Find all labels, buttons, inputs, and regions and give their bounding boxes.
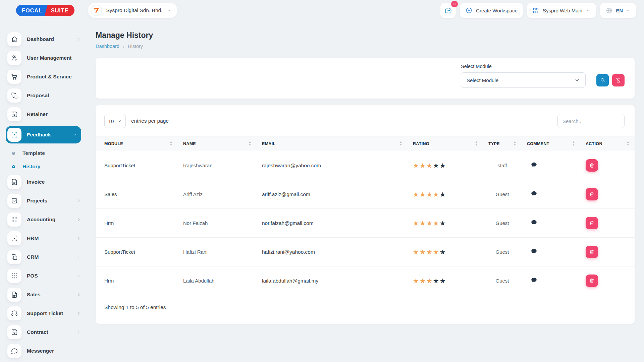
cell-type: Guest bbox=[483, 209, 522, 238]
cell-email: nor.faizah@gmail.com bbox=[257, 209, 408, 238]
breadcrumb-current: History bbox=[128, 44, 143, 49]
messages-button[interactable]: 0 bbox=[440, 3, 456, 18]
breadcrumb-dashboard-link[interactable]: Dashboard bbox=[96, 44, 119, 49]
star-rating: ★★★★★ bbox=[413, 191, 446, 198]
table-footer-status: Showing 1 to 5 of 5 entries bbox=[96, 295, 635, 322]
module-select-value: Select Module bbox=[467, 77, 498, 83]
cell-module: Sales bbox=[96, 180, 178, 209]
transfer-icon bbox=[7, 88, 21, 103]
cell-email: rajeshwaran@yahoo.com bbox=[257, 151, 408, 180]
sidebar-item-label: Messenger bbox=[27, 348, 54, 354]
app-logo: FOCAL SUITE bbox=[16, 5, 74, 16]
sidebar-item-proposal[interactable]: Proposal bbox=[7, 88, 81, 103]
column-header-type[interactable]: TYPE▲▼ bbox=[483, 136, 522, 151]
apps-grid-icon bbox=[532, 7, 539, 14]
logo-secondary-text: SUITE bbox=[48, 5, 75, 16]
sidebar-item-projects[interactable]: Projects bbox=[7, 194, 81, 208]
notification-badge: 0 bbox=[451, 1, 458, 7]
comment-bubble-icon[interactable] bbox=[527, 277, 538, 284]
chevron-right-icon bbox=[76, 274, 81, 278]
sidebar: DashboardUser ManagementProduct & Servic… bbox=[0, 21, 87, 362]
create-workspace-button[interactable]: Create Workspace bbox=[460, 3, 523, 18]
page-size-value: 10 bbox=[108, 118, 114, 124]
cell-type: Guest bbox=[483, 238, 522, 266]
sidebar-item-pos[interactable]: POS bbox=[7, 269, 81, 283]
sidebar-item-label: Dashboard bbox=[27, 36, 54, 42]
sidebar-item-label: Accounting bbox=[27, 217, 55, 223]
table-row: SalesAriff Azizariff.aziz@gmail.com★★★★★… bbox=[96, 180, 635, 209]
star-rating: ★★★★★ bbox=[413, 162, 446, 169]
floppy-icon bbox=[7, 325, 21, 339]
comment-bubble-icon[interactable] bbox=[527, 219, 538, 226]
cell-email: laila.abdullah@gmail.my bbox=[257, 266, 408, 295]
column-header-rating[interactable]: RATING▲▼ bbox=[408, 136, 483, 151]
bullet-circle-icon bbox=[12, 165, 15, 168]
grid-plus-icon bbox=[7, 213, 21, 227]
page-size-select[interactable]: 10 bbox=[104, 114, 126, 128]
chevron-down-icon bbox=[117, 119, 122, 124]
sidebar-subitem-template[interactable]: Template bbox=[12, 148, 81, 158]
module-select[interactable]: Select Module bbox=[461, 72, 586, 88]
comment-bubble-icon[interactable] bbox=[527, 248, 538, 255]
cell-action bbox=[580, 151, 635, 180]
cell-rating: ★★★★★ bbox=[408, 180, 483, 209]
sort-icon: ▲▼ bbox=[249, 141, 251, 146]
table-body: SupportTicketRajeshwaranrajeshwaran@yaho… bbox=[96, 151, 635, 295]
sort-icon: ▲▼ bbox=[475, 141, 478, 146]
sidebar-item-messenger[interactable]: Messenger bbox=[7, 344, 81, 358]
language-selector[interactable]: EN bbox=[600, 3, 636, 18]
history-table: MODULE▲▼NAME▲▼EMAIL▲▼RATING▲▼TYPE▲▼COMME… bbox=[96, 136, 635, 295]
chevron-right-icon bbox=[76, 311, 81, 316]
sidebar-item-support-ticket[interactable]: Support Ticket bbox=[7, 306, 81, 320]
table-row: SupportTicketRajeshwaranrajeshwaran@yaho… bbox=[96, 151, 635, 180]
sidebar-item-label: POS bbox=[27, 273, 38, 279]
table-search-input[interactable] bbox=[557, 114, 625, 128]
filter-reset-button[interactable] bbox=[612, 74, 625, 86]
sidebar-item-crm[interactable]: CRM bbox=[7, 250, 81, 264]
sidebar-item-label: Feedback bbox=[27, 132, 51, 138]
sidebar-item-invoice[interactable]: Invoice bbox=[7, 175, 81, 189]
sidebar-item-accounting[interactable]: Accounting bbox=[7, 213, 81, 227]
workspace-selector[interactable]: Syspro Digital Sdn. Bhd. bbox=[88, 3, 177, 18]
sidebar-item-label: Contract bbox=[27, 329, 48, 335]
chevron-right-icon bbox=[76, 217, 81, 222]
sidebar-item-user-management[interactable]: User Management bbox=[7, 51, 81, 65]
sidebar-item-dashboard[interactable]: Dashboard bbox=[7, 32, 81, 46]
cell-comment bbox=[522, 180, 580, 209]
column-header-name[interactable]: NAME▲▼ bbox=[178, 136, 257, 151]
topbar-actions: 0 Create Workspace Syspro Web Main EN bbox=[440, 3, 636, 18]
sidebar-item-retainer[interactable]: Retainer bbox=[7, 107, 81, 121]
comment-bubble-icon[interactable] bbox=[527, 161, 538, 169]
sidebar-item-label: Support Ticket bbox=[27, 310, 63, 316]
delete-button[interactable] bbox=[586, 217, 598, 229]
cell-name: Hafizi Rani bbox=[178, 238, 257, 266]
sidebar-item-feedback[interactable]: Feedback bbox=[6, 126, 81, 143]
column-header-comment[interactable]: COMMENT▲▼ bbox=[522, 136, 580, 151]
delete-button[interactable] bbox=[586, 275, 598, 287]
plus-circle-icon bbox=[465, 7, 473, 14]
sidebar-subitem-history[interactable]: History bbox=[12, 162, 81, 172]
table-controls: 10 entries per page bbox=[96, 105, 635, 136]
sidebar-item-sales[interactable]: Sales bbox=[7, 288, 81, 302]
sidebar-item-contract[interactable]: Contract bbox=[7, 325, 81, 339]
sidebar-item-label: Projects bbox=[27, 198, 47, 204]
filter-search-button[interactable] bbox=[596, 74, 609, 86]
cell-module: Hrm bbox=[96, 266, 178, 295]
column-header-email[interactable]: EMAIL▲▼ bbox=[257, 136, 408, 151]
chevron-right-icon bbox=[76, 236, 81, 241]
comment-bubble-icon[interactable] bbox=[527, 190, 538, 197]
workspace-name: Syspro Digital Sdn. Bhd. bbox=[106, 7, 162, 13]
column-header-action[interactable]: ACTION▲▼ bbox=[580, 136, 635, 151]
sidebar-item-hrm[interactable]: HRM bbox=[7, 231, 81, 245]
table-row: HrmNor Faizahnor.faizah@gmail.com★★★★★Gu… bbox=[96, 209, 635, 238]
delete-button[interactable] bbox=[586, 246, 598, 258]
breadcrumb: Dashboard › History bbox=[96, 43, 635, 49]
sidebar-item-product-service[interactable]: Product & Service bbox=[7, 70, 81, 84]
delete-button[interactable] bbox=[586, 188, 598, 200]
column-header-module[interactable]: MODULE▲▼ bbox=[96, 136, 178, 151]
sidebar-item-label: Product & Service bbox=[27, 74, 72, 80]
cell-name: Nor Faizah bbox=[178, 209, 257, 238]
delete-button[interactable] bbox=[586, 159, 598, 172]
sidebar-subitem-label: History bbox=[22, 164, 40, 170]
app-selector[interactable]: Syspro Web Main bbox=[527, 3, 596, 18]
